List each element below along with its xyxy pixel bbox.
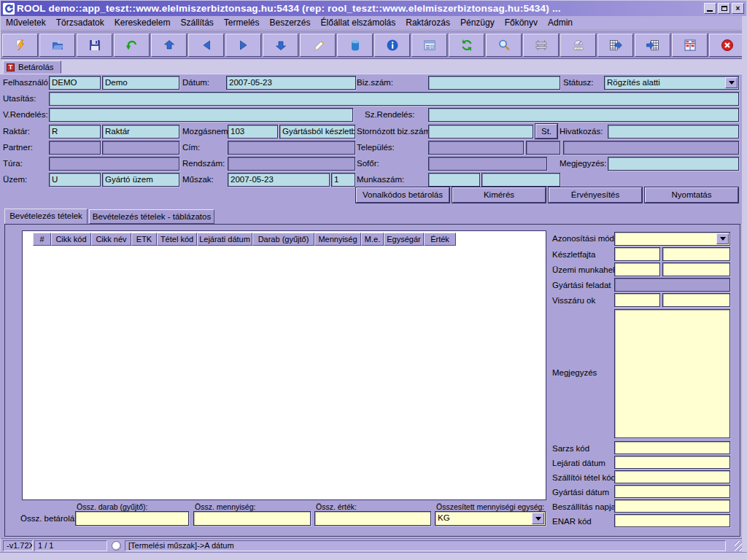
data-toolbar-button[interactable]	[337, 34, 373, 57]
window-grid-icon	[684, 39, 697, 52]
work-number-name-input[interactable]	[481, 173, 560, 187]
menu-item-m-veletek[interactable]: Műveletek	[1, 16, 51, 30]
st-button[interactable]: St.	[535, 124, 557, 139]
validate-button[interactable]: Érvényesítés	[549, 187, 642, 203]
column-header-rt-k[interactable]: Érték	[424, 233, 456, 246]
print-button[interactable]: Nyomtatás	[645, 187, 738, 203]
warehouse-code-input[interactable]: R	[49, 125, 101, 139]
column-header-darab-gy-jt[interactable]: Darab (gyűjtő)	[252, 233, 314, 246]
expiry-input[interactable]	[614, 456, 730, 469]
prod-date-input[interactable]	[614, 485, 730, 498]
column-header-m-e[interactable]: M.e.	[361, 233, 384, 246]
menu-item-sz-ll-t-s[interactable]: Szállítás	[175, 16, 218, 30]
undo-toolbar-button[interactable]	[114, 34, 150, 57]
work-place-name-input[interactable]	[662, 262, 730, 276]
execute-toolbar-button[interactable]	[2, 34, 38, 57]
plant-name-input[interactable]: Gyártó üzem	[102, 173, 179, 187]
batch-input[interactable]	[614, 441, 730, 454]
menu-item-f-k-nyv[interactable]: Főkönyv	[500, 16, 543, 30]
export-toolbar-button[interactable]	[597, 34, 633, 57]
return-reason-code-input[interactable]	[614, 293, 660, 307]
user-code-input[interactable]: DEMO	[49, 76, 101, 90]
tab-receipt-items-table[interactable]: Bevételezés tételek - táblázatos	[89, 209, 214, 224]
v-order-input[interactable]	[49, 108, 353, 122]
tab-betarolas[interactable]: T Betárolás	[3, 61, 61, 74]
enar-input[interactable]	[614, 514, 730, 527]
work-number-code-input[interactable]	[428, 173, 480, 187]
sz-order-input[interactable]	[428, 108, 739, 122]
refresh-toolbar-button[interactable]	[449, 34, 484, 57]
menu-item-beszerz-s[interactable]: Beszerzés	[265, 16, 316, 30]
close-window-button[interactable]: ×	[732, 3, 744, 14]
note-input[interactable]	[608, 157, 739, 171]
storno-doc-input[interactable]	[428, 125, 533, 139]
total-value-input[interactable]	[314, 511, 431, 526]
last-toolbar-button[interactable]	[263, 34, 298, 57]
column-header-num[interactable]: #	[33, 233, 51, 246]
title-bar[interactable]: ROOL demo::app_teszt::www.elelmiszerbizt…	[1, 1, 746, 16]
next-toolbar-button[interactable]	[225, 34, 261, 57]
column-header-t-tel-k-d[interactable]: Tétel kód	[157, 233, 197, 246]
total-unit-select[interactable]: KG	[435, 511, 546, 526]
menu-item-rakt-roz-s[interactable]: Raktározás	[400, 16, 455, 30]
user-name-input[interactable]: Demo	[102, 76, 179, 90]
id-mode-select[interactable]	[614, 232, 730, 246]
total-qty-input[interactable]	[193, 511, 311, 526]
delivery-day-input[interactable]	[614, 499, 730, 513]
search-toolbar-button[interactable]	[486, 34, 522, 57]
warehouse-name-input[interactable]: Raktár	[102, 125, 179, 139]
tab-receipt-items[interactable]: Bevételezés tételek	[4, 209, 88, 224]
minimize-button[interactable]	[704, 3, 716, 14]
window-grid-toolbar-button[interactable]	[672, 34, 708, 57]
menu-item-admin[interactable]: Admin	[543, 16, 578, 30]
import-toolbar-button[interactable]	[635, 34, 670, 57]
movement-code-input[interactable]: 103	[228, 125, 278, 139]
measure-toolbar-button[interactable]	[560, 34, 596, 57]
info-toolbar-button[interactable]	[374, 34, 410, 57]
column-header-lej-rati-d-tum[interactable]: Lejárati dátum	[197, 233, 252, 246]
status-label: Státusz:	[563, 76, 594, 90]
chevron-down-icon[interactable]	[532, 513, 544, 524]
supplier-lot-input[interactable]	[614, 470, 730, 483]
menu-item-kereskedelem[interactable]: Kereskedelem	[109, 16, 176, 30]
plant-code-input[interactable]: U	[49, 173, 101, 187]
date-input[interactable]: 2007-05-23	[226, 76, 356, 90]
stock-type-name-input[interactable]	[662, 247, 730, 261]
stock-type-code-input[interactable]	[614, 247, 660, 261]
shift-no-input[interactable]: 1	[331, 173, 355, 187]
open-icon	[51, 39, 64, 52]
work-place-code-input[interactable]	[614, 262, 660, 276]
form-toolbar-button[interactable]	[411, 34, 447, 57]
save-toolbar-button[interactable]	[77, 34, 112, 57]
reference-input[interactable]	[608, 125, 739, 139]
restore-button[interactable]	[718, 3, 730, 14]
column-header-etk[interactable]: ETK	[131, 233, 157, 246]
movement-name-input[interactable]: Gyártásból készletbev	[279, 125, 355, 139]
print-frame-toolbar-button[interactable]	[523, 34, 559, 57]
previous-toolbar-button[interactable]	[188, 34, 224, 57]
menu-item-p-nz-gy[interactable]: Pénzügy	[455, 16, 500, 30]
doc-no-input[interactable]	[428, 76, 560, 90]
instruction-input[interactable]	[49, 92, 739, 106]
menu-item-l-llat-elsz-mol-s[interactable]: Élőállat elszámolás	[316, 16, 401, 30]
column-header-cikk-k-d[interactable]: Cikk kód	[51, 233, 91, 246]
menu-item-termel-s[interactable]: Termelés	[219, 16, 265, 30]
weighing-button[interactable]: Kimérés	[452, 187, 546, 203]
column-header-cikk-n-v[interactable]: Cikk név	[91, 233, 131, 246]
column-header-egys-g-r[interactable]: Egységár	[384, 233, 424, 246]
column-header-mennyis-g[interactable]: Mennyiség	[314, 233, 361, 246]
barcode-storein-button[interactable]: Vonalkódos betárolás	[356, 187, 449, 203]
chevron-down-icon[interactable]	[716, 233, 729, 244]
status-select[interactable]: Rögzítés alatti	[604, 76, 739, 90]
sidebar-note-textarea[interactable]	[614, 309, 730, 438]
menu-item-t-rzsadatok[interactable]: Törzsadatok	[51, 16, 109, 30]
edit-toolbar-button[interactable]	[300, 34, 336, 57]
first-toolbar-button[interactable]	[151, 34, 187, 57]
return-reason-name-input[interactable]	[662, 293, 730, 307]
chevron-down-icon[interactable]	[725, 77, 738, 88]
total-qty-collect-input[interactable]	[75, 511, 189, 526]
open-toolbar-button[interactable]	[39, 34, 75, 57]
user-label: Felhasználó:	[3, 76, 50, 90]
close-toolbar-button[interactable]	[709, 34, 745, 57]
shift-date-input[interactable]: 2007-05-23	[228, 173, 330, 187]
